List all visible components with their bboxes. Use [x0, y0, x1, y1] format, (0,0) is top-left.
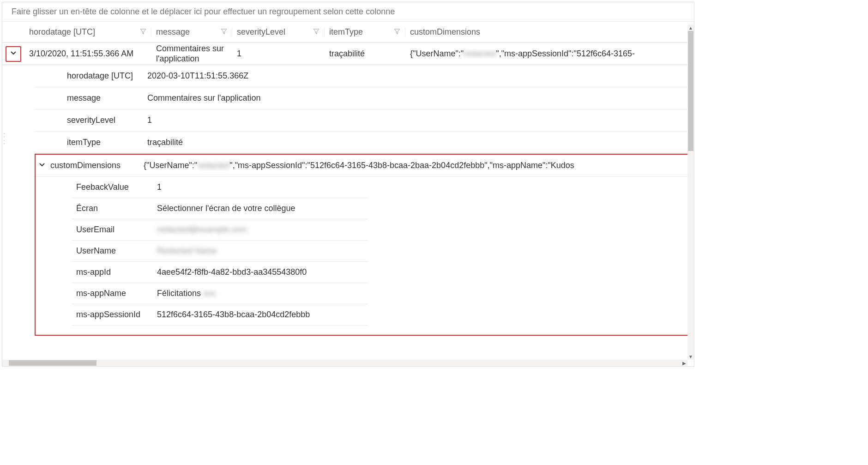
column-header-message[interactable]: message — [151, 27, 232, 37]
table-row[interactable]: 3/10/2020, 11:51:55.366 AM Commentaires … — [2, 43, 694, 65]
detail-key: severityLevel — [35, 115, 145, 125]
vertical-scrollbar[interactable]: ▲ ▼ — [687, 24, 694, 360]
detail-value: {"UserName":"redacted","ms-appSessionId"… — [141, 161, 688, 170]
column-label: horodatage [UTC] — [29, 27, 95, 37]
customdimension-row: FeebackValue1 — [72, 177, 368, 198]
customdimension-row: ms-appId4aee54f2-f8fb-4a82-bbd3-aa345543… — [72, 262, 368, 283]
detail-value: Commentaires sur l'application — [145, 93, 694, 103]
customdimension-value: 1 — [153, 182, 368, 192]
scrollbar-thumb[interactable] — [9, 360, 96, 366]
customdimension-key: ms-appName — [72, 289, 153, 298]
filter-icon[interactable] — [140, 28, 146, 36]
customdimension-row: UserEmailredacted@example.com — [72, 219, 368, 241]
customdimension-row: ms-appSessionId512f6c64-3165-43b8-bcaa-2… — [72, 304, 368, 326]
detail-row-customdimensions[interactable]: customDimensions {"UserName":"redacted",… — [36, 155, 688, 177]
cell-message: Commentaires sur l'application — [151, 44, 232, 64]
customdimension-value: 4aee54f2-f8fb-4a82-bbd3-aa34554380f0 — [153, 267, 368, 277]
horizontal-scrollbar[interactable]: ▶ — [2, 360, 687, 366]
customdimension-key: FeebackValue — [72, 182, 153, 192]
scroll-up-icon[interactable]: ▲ — [687, 24, 694, 31]
customdimension-key: UserEmail — [72, 225, 153, 235]
filter-icon[interactable] — [313, 28, 319, 36]
expand-row-toggle[interactable] — [6, 46, 21, 62]
detail-row: message Commentaires sur l'application — [35, 87, 694, 109]
column-label: message — [156, 27, 190, 37]
cell-severity: 1 — [232, 49, 325, 59]
customdimension-value: Redacted Name — [153, 246, 368, 256]
customdimension-row: UserNameRedacted Name — [72, 241, 368, 262]
detail-key: horodatage [UTC] — [35, 71, 145, 81]
customdimensions-highlight: customDimensions {"UserName":"redacted",… — [35, 154, 689, 336]
column-header-timestamp[interactable]: horodatage [UTC] — [24, 27, 151, 37]
column-label: itemType — [329, 27, 363, 37]
column-label: severityLevel — [237, 27, 285, 37]
scrollbar-thumb[interactable] — [688, 31, 693, 151]
filter-icon[interactable] — [394, 28, 400, 36]
detail-key: itemType — [35, 138, 145, 147]
customdimension-row: ms-appNameFélicitations xxx — [72, 283, 368, 304]
customdimension-key: ms-appId — [72, 267, 153, 277]
customdimension-key: Écran — [72, 204, 153, 213]
detail-key: message — [35, 93, 145, 103]
customdimension-value: Sélectionner l'écran de votre collègue — [153, 204, 368, 213]
customdimension-value: 512f6c64-3165-43b8-bcaa-2b04cd2febbb — [153, 310, 368, 320]
group-by-hint[interactable]: Faire glisser un en-tête de colonne et l… — [2, 2, 694, 22]
cell-itemtype: traçabilité — [325, 49, 405, 59]
row-detail-panel: horodatage [UTC] 2020-03-10T11:51:55.366… — [2, 65, 694, 154]
resize-handle-icon[interactable]: •••• — [2, 132, 6, 145]
detail-row: horodatage [UTC] 2020-03-10T11:51:55.366… — [35, 65, 694, 87]
scroll-down-icon[interactable]: ▼ — [687, 353, 694, 360]
customdimension-key: UserName — [72, 246, 153, 256]
chevron-down-icon — [10, 50, 17, 58]
log-grid-container: Faire glisser un en-tête de colonne et l… — [2, 2, 694, 367]
filter-icon[interactable] — [221, 28, 227, 36]
customdimensions-list: FeebackValue1ÉcranSélectionner l'écran d… — [36, 177, 368, 326]
customdimension-value: Félicitations xxx — [153, 289, 368, 298]
detail-row: severityLevel 1 — [35, 109, 694, 132]
cell-timestamp: 3/10/2020, 11:51:55.366 AM — [24, 49, 151, 59]
column-header-customdimensions[interactable]: customDimensions — [405, 27, 694, 37]
detail-value: 2020-03-10T11:51:55.366Z — [145, 71, 694, 81]
column-header-itemtype[interactable]: itemType — [325, 27, 405, 37]
customdimension-value: redacted@example.com — [153, 225, 368, 235]
detail-key: customDimensions — [48, 161, 141, 170]
detail-value: traçabilité — [145, 138, 694, 147]
customdimension-row: ÉcranSélectionner l'écran de votre collè… — [72, 198, 368, 219]
column-header-row: horodatage [UTC] message severityLevel i… — [2, 22, 694, 43]
detail-row: itemType traçabilité — [35, 132, 694, 154]
cell-customdimensions: {"UserName":"redacted","ms-appSessionId"… — [405, 49, 694, 59]
column-label: customDimensions — [410, 27, 480, 36]
detail-value: 1 — [145, 115, 694, 125]
customdimension-key: ms-appSessionId — [72, 310, 153, 320]
chevron-down-icon[interactable] — [36, 161, 48, 170]
scroll-right-icon[interactable]: ▶ — [681, 360, 687, 366]
column-header-severity[interactable]: severityLevel — [232, 27, 325, 37]
